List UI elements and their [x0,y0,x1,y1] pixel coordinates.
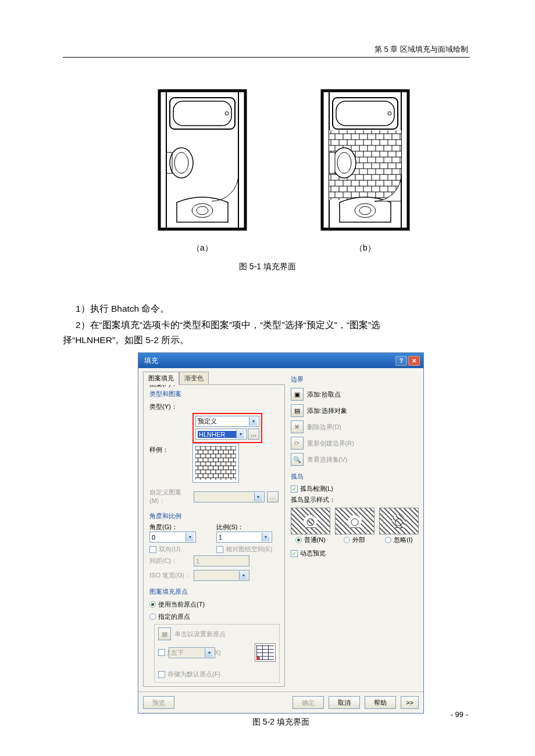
svg-point-6 [174,152,188,173]
floorplan-a [156,87,249,233]
legend-angle-scale: 角度和比例 [144,511,284,523]
checkbox-double: 双向(U) [149,545,212,554]
select-pattern[interactable]: HLNHER ▾ [195,429,247,440]
page-number: - 99 - [451,710,468,719]
checkbox-relative-paper: 相对图纸空间(E) [216,545,279,554]
scale-value: 1 [219,534,222,541]
help-icon[interactable]: ? [395,356,407,366]
specified-origin-group: ▦ 单击以设置新原点 默认为边界范围(X) 左下▾ [154,624,280,683]
help-button[interactable]: 帮助 [365,696,396,709]
add-pick-points-button[interactable]: ▣ [291,388,304,401]
checkbox-island-detection[interactable]: ✓孤岛检测(L) [291,483,419,494]
angle-value: 0 [152,534,155,541]
svg-rect-14 [336,101,394,126]
tab-panel: 类型和图案 类型(Y)： 预定义 ▾ HLNHER ▾ [143,384,285,687]
svg-rect-3 [173,101,231,126]
view-selection-button: 🔍 [291,453,304,466]
label-add-select-objects: 添加:选择对象 [307,406,347,415]
figure-5-1-caption: 图 5-1 填充界面 [0,262,535,272]
ok-button: 确定 [293,696,324,709]
svg-point-4 [225,112,229,115]
close-icon[interactable]: ✕ [408,356,420,366]
figure-5-1-sublabels: （a） （b） [156,243,412,254]
island-style-normal-preview[interactable] [291,508,330,534]
radio-island-outer[interactable]: 外部 [335,536,374,544]
select-custom-pattern: ▾ [194,491,265,502]
select-origin-pos: 左下▾ [169,647,215,658]
checkbox-dynamic-preview[interactable]: ✓动态预览 [291,549,419,558]
select-iso-pen: ▾ [194,570,249,581]
svg-point-9 [197,206,208,215]
hatch-dialog: 填充 ? ✕ 图案填充 渐变色 类型和图案 类型(Y)： 预定义 [138,352,424,714]
more-options-button[interactable]: >> [401,696,419,709]
svg-point-15 [388,112,391,115]
svg-point-8 [192,204,213,217]
checkbox-store-default-origin: 存储为默认原点(F) [158,670,276,679]
figure-5-1-row [156,87,412,233]
label-sample: 样例： [149,445,191,454]
radio-island-normal[interactable]: 普通(N) [291,536,330,544]
sample-swatch[interactable] [192,443,239,483]
dialog-footer: 预览 确定 取消 帮助 >> [138,691,423,713]
body-line-3: 择“HLNHER”。如图 5-2 所示。 [63,333,470,348]
body-lines-2-3: 2）在“图案填充”选项卡的“类型和图案”项中，“类型”选择“预定义”，“图案”选… [63,318,470,348]
label-angle: 角度(G)： [149,523,212,532]
svg-rect-25 [195,446,236,480]
island-style-outer-preview[interactable] [335,508,374,534]
sublabel-a: （a） [156,243,249,254]
recreate-boundary-button: ⟳ [291,437,304,450]
tab-gradient[interactable]: 渐变色 [179,372,209,385]
select-scale[interactable]: 1 ▾ [216,532,272,543]
svg-rect-20 [329,152,335,173]
label-custom-pattern: 自定义图案(M)： [149,488,191,505]
chevron-down-icon[interactable]: ▾ [249,417,257,426]
legend-islands: 孤岛 [291,471,419,483]
tab-hatch[interactable]: 图案填充 [143,372,179,385]
label-spacing: 间距(C)： [149,557,191,565]
select-type-value: 预定义 [198,417,217,426]
preview-button: 预览 [143,696,174,709]
select-angle[interactable]: 0 ▾ [149,532,196,543]
chapter-header: 第 5 章 区域填充与面域绘制 [374,44,468,55]
label-click-set-origin: 单击以设置新原点 [174,630,226,639]
header-rule [63,57,470,58]
pick-origin-button: ▦ [158,627,171,640]
label-scale: 比例(S)： [216,523,279,532]
dialog-titlebar[interactable]: 填充 ? ✕ [138,353,423,368]
sublabel-b: （b） [319,243,412,254]
label-type: 类型(Y)： [149,402,191,411]
chevron-down-icon[interactable]: ▾ [262,533,270,541]
cancel-button[interactable]: 取消 [329,696,360,709]
pattern-browse-button[interactable]: … [248,429,259,440]
select-pattern-value: HLNHER [198,431,236,438]
add-select-objects-button[interactable]: ▤ [291,404,304,417]
legend-boundary: 边界 [291,374,419,386]
label-iso-pen: ISO 笔宽(O)： [149,571,191,580]
floorplan-b [319,87,412,233]
legend-hatch-origin: 图案填充原点 [144,586,284,598]
radio-use-current-origin[interactable]: 使用当前原点(T) [149,600,205,609]
remove-boundary-button: ✖ [291,420,304,433]
body-line-1: 1）执行 Bhatch 命令。 [63,301,470,316]
label-island-style: 孤岛显示样式： [291,494,419,505]
figure-5-2: 填充 ? ✕ 图案填充 渐变色 类型和图案 类型(Y)： 预定义 [138,352,424,728]
label-view-selection: 查看选择集(V) [307,455,348,464]
custom-pattern-browse-button: … [267,491,279,502]
chevron-down-icon[interactable]: ▾ [236,430,244,438]
input-spacing: 1 [194,555,249,566]
body-line-2: 2）在“图案填充”选项卡的“类型和图案”项中，“类型”选择“预定义”，“图案”选 [63,318,470,333]
radio-island-ignore[interactable]: 忽略(I) [379,536,419,544]
island-style-ignore-preview[interactable] [379,508,419,534]
radio-specified-origin[interactable]: 指定的原点 [149,612,190,621]
origin-diagram [255,643,276,662]
dialog-title: 填充 [144,356,158,366]
chevron-down-icon[interactable]: ▾ [186,533,194,541]
label-recreate-boundary: 重新创建边界(R) [307,439,354,448]
figure-5-2-caption: 图 5-2 填充界面 [138,717,424,728]
label-add-pick-points: 添加:拾取点 [307,390,341,399]
label-remove-boundary: 删除边界(D) [307,423,341,432]
